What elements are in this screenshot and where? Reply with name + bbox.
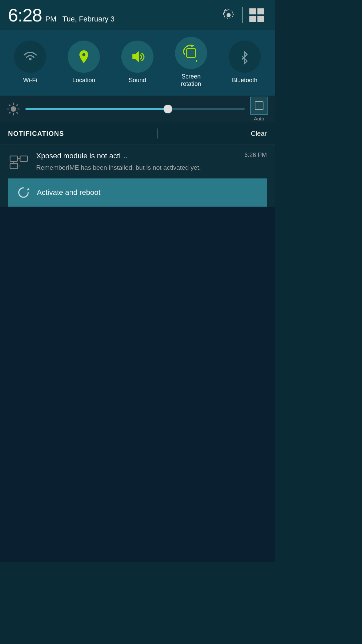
auto-wrapper[interactable]: Auto — [250, 97, 268, 122]
clear-button[interactable]: Clear — [251, 130, 267, 138]
svg-point-6 — [11, 106, 16, 112]
action-label: Activate and reboot — [37, 188, 101, 197]
brightness-icon — [7, 102, 20, 116]
toggle-location[interactable]: Location — [68, 41, 100, 84]
toggle-bluetooth-circle — [229, 41, 261, 73]
auto-button[interactable] — [250, 97, 268, 115]
svg-rect-3 — [257, 16, 264, 22]
notification-top: Xposed module is not acti… 6:26 PM Remem… — [8, 152, 267, 173]
toggle-wifi-circle — [14, 41, 46, 73]
svg-rect-10 — [20, 156, 27, 161]
toggle-screen-rotation[interactable]: Screen rotation — [175, 37, 207, 88]
status-left: 6:28 PM Tue, February 3 — [8, 5, 115, 25]
svg-rect-9 — [10, 163, 17, 169]
brightness-slider[interactable] — [25, 108, 245, 110]
notification-time: 6:26 PM — [244, 152, 267, 159]
quick-toggles: Wi-Fi Location Sound — [0, 30, 275, 96]
status-bar: 6:28 PM Tue, February 3 — [0, 0, 275, 30]
svg-rect-0 — [249, 8, 256, 14]
toggle-sound-circle — [121, 41, 154, 73]
notifications-divider — [157, 128, 158, 139]
date-display: Tue, February 3 — [62, 15, 115, 23]
activate-reboot-button[interactable]: Activate and reboot — [8, 178, 267, 207]
status-right — [221, 7, 267, 23]
notification-body: RememberIME has been installed, but is n… — [36, 163, 267, 172]
notifications-header: NOTIFICATIONS Clear — [0, 122, 275, 145]
toggle-location-label: Location — [72, 77, 95, 84]
svg-rect-5 — [187, 49, 195, 57]
auto-label: Auto — [254, 116, 264, 122]
slider-thumb — [164, 105, 172, 113]
notification-title: Xposed module is not acti… — [36, 152, 240, 160]
notifications-title: NOTIFICATIONS — [8, 130, 64, 138]
bottom-area — [0, 207, 275, 562]
settings-icon[interactable] — [221, 7, 237, 23]
notification-card: Xposed module is not acti… 6:26 PM Remem… — [0, 145, 275, 207]
slider-fill — [25, 108, 168, 110]
clock-time: 6:28 — [8, 5, 42, 25]
svg-rect-2 — [249, 16, 256, 22]
toggle-screen-rotation-circle — [175, 37, 207, 69]
brightness-bar: Auto — [0, 96, 275, 122]
svg-rect-7 — [255, 102, 263, 110]
toggle-wifi[interactable]: Wi-Fi — [14, 41, 46, 84]
toggle-sound[interactable]: Sound — [121, 41, 154, 84]
toggle-bluetooth[interactable]: Bluetooth — [229, 41, 261, 84]
notification-title-row: Xposed module is not acti… 6:26 PM — [36, 152, 267, 160]
toggle-sound-label: Sound — [129, 77, 146, 84]
grid-icon[interactable] — [248, 7, 267, 23]
notification-app-icon — [8, 152, 29, 173]
svg-rect-8 — [10, 156, 17, 161]
slider-track — [25, 108, 245, 110]
toggle-wifi-label: Wi-Fi — [23, 77, 37, 84]
clock-ampm: PM — [45, 15, 56, 23]
notification-content: Xposed module is not acti… 6:26 PM Remem… — [36, 152, 267, 172]
svg-rect-1 — [257, 8, 264, 14]
toggle-bluetooth-label: Bluetooth — [232, 77, 257, 84]
refresh-icon — [16, 185, 31, 200]
header-divider — [242, 7, 243, 23]
toggle-screen-rotation-label: Screen rotation — [181, 73, 201, 88]
toggle-location-circle — [68, 41, 100, 73]
svg-marker-4 — [132, 51, 139, 62]
